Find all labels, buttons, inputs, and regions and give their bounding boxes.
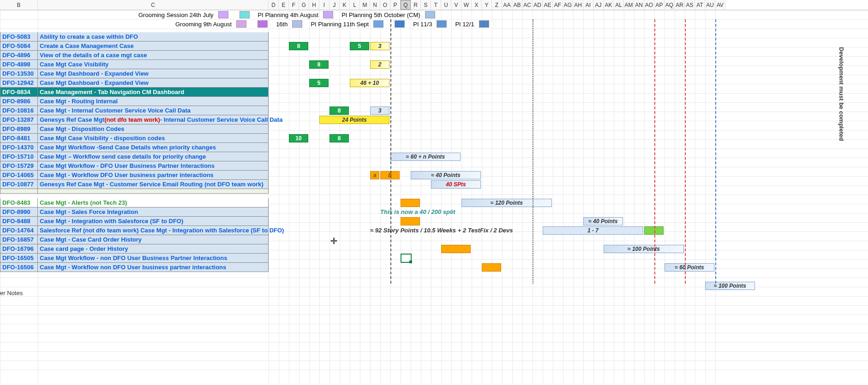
gantt-bar[interactable] xyxy=(401,199,420,207)
row-id[interactable]: DFO-12942 xyxy=(0,78,38,88)
grid-area[interactable]: Grooming Session 24th JulyPI Planning 4t… xyxy=(0,10,868,385)
gantt-bar[interactable]: ≈ 60 Points xyxy=(664,263,714,272)
col-header-O[interactable]: O xyxy=(380,0,390,10)
row-desc[interactable]: Case Mgt Dashboard - Expanded View xyxy=(38,69,269,78)
row-id[interactable]: DFO-8834 xyxy=(0,88,38,97)
row-desc[interactable] xyxy=(38,189,269,194)
row-id[interactable]: DFO-13287 xyxy=(0,115,38,124)
gantt-bar[interactable] xyxy=(441,245,471,253)
row-desc[interactable]: Salesforce Ref (not dfo team work) Case … xyxy=(38,226,269,235)
row-desc[interactable]: Case Mgt Workflow -Send Case Details whe… xyxy=(38,143,269,152)
row-desc[interactable]: Case Mgt - Routing Internal xyxy=(38,97,269,106)
col-header-W[interactable]: W xyxy=(461,0,472,10)
gantt-bar[interactable] xyxy=(644,226,664,235)
row-id[interactable]: DFO-10816 xyxy=(0,106,38,115)
col-header-AD[interactable]: AD xyxy=(533,0,543,10)
row-id[interactable]: DFO-16505 xyxy=(0,254,38,263)
row-desc[interactable]: Case Mgt - Workflow DFO User business pa… xyxy=(38,171,269,180)
row-desc[interactable]: Case card page - Order History xyxy=(38,244,269,254)
row-id[interactable]: DFO-4896 xyxy=(0,51,38,60)
row-desc[interactable]: Case Mgt - Workflow non DFO User busines… xyxy=(38,263,269,272)
row-desc[interactable]: Ability to create a case within DFO xyxy=(38,32,269,41)
gantt-bar[interactable]: 8 xyxy=(329,107,349,115)
col-header-AE[interactable]: AE xyxy=(543,0,553,10)
col-header-S[interactable]: S xyxy=(421,0,431,10)
col-header-AN[interactable]: AN xyxy=(634,0,644,10)
col-header-U[interactable]: U xyxy=(441,0,451,10)
row-id[interactable]: DFO-8986 xyxy=(0,97,38,106)
col-header-Z[interactable]: Z xyxy=(492,0,502,10)
gantt-bar[interactable]: 8 xyxy=(289,42,308,50)
row-id[interactable]: DFO-8483 xyxy=(0,198,38,207)
row-id[interactable]: DFO-13530 xyxy=(0,69,38,78)
row-desc[interactable]: Case Mgt - Internal Customer Service Voi… xyxy=(38,106,269,115)
col-header-D[interactable]: D xyxy=(269,0,279,10)
cell-selection[interactable] xyxy=(401,254,412,263)
col-header-AP[interactable]: AP xyxy=(654,0,664,10)
gantt-bar[interactable]: ≈ 60 + n Points xyxy=(390,153,461,161)
col-header-G[interactable]: G xyxy=(299,0,309,10)
gantt-bar[interactable] xyxy=(401,217,420,225)
col-header-AM[interactable]: AM xyxy=(624,0,634,10)
col-header-AK[interactable]: AK xyxy=(604,0,614,10)
col-header-C[interactable]: C xyxy=(38,0,269,10)
col-header-P[interactable]: P xyxy=(390,0,401,10)
col-header-AJ[interactable]: AJ xyxy=(593,0,604,10)
gantt-bar[interactable]: ≈ 40 Points xyxy=(583,217,623,225)
gantt-bar[interactable]: b xyxy=(380,171,400,179)
col-header-AU[interactable]: AU xyxy=(705,0,715,10)
row-id[interactable]: DFO-4898 xyxy=(0,60,38,69)
row-id[interactable]: DFO-16506 xyxy=(0,263,38,272)
gantt-bar[interactable]: 46 + 10 xyxy=(350,79,389,87)
gantt-bar[interactable]: 8 xyxy=(329,134,349,142)
gantt-bar[interactable]: 2 xyxy=(370,60,389,69)
col-header-AI[interactable]: AI xyxy=(583,0,593,10)
row-id[interactable]: DFO-14370 xyxy=(0,143,38,152)
gantt-bar[interactable] xyxy=(482,263,501,272)
col-header-F[interactable]: F xyxy=(289,0,299,10)
gantt-bar[interactable]: 1 - 7 xyxy=(543,226,643,235)
row-desc[interactable]: Case Mgt - Disposition Codes xyxy=(38,124,269,134)
row-id[interactable]: DFO-16857 xyxy=(0,235,38,244)
col-header-X[interactable]: X xyxy=(472,0,482,10)
row-id[interactable]: DFO-8989 xyxy=(0,124,38,134)
gantt-bar[interactable]: 5 xyxy=(350,42,369,50)
col-header-Y[interactable]: Y xyxy=(482,0,492,10)
gantt-bar[interactable]: ≈ 120 Points xyxy=(461,199,552,207)
row-id[interactable]: DFO-15710 xyxy=(0,152,38,161)
row-desc[interactable]: Genesys Ref Case Mgt - Customer Service … xyxy=(38,180,269,189)
row-desc[interactable]: Case Mgt – Workflow send case details fo… xyxy=(38,152,269,161)
gantt-bar[interactable]: ≈ 100 Points xyxy=(604,245,684,253)
col-header-AT[interactable]: AT xyxy=(695,0,705,10)
col-header-I[interactable]: I xyxy=(319,0,329,10)
row-id[interactable]: DFO-10877 xyxy=(0,180,38,189)
col-header-K[interactable]: K xyxy=(340,0,350,10)
row-id[interactable]: DFO-14065 xyxy=(0,171,38,180)
row-id[interactable]: DFO-8990 xyxy=(0,207,38,217)
col-header-H[interactable]: H xyxy=(309,0,319,10)
gantt-bar[interactable]: 3 xyxy=(370,42,389,50)
gantt-bar[interactable]: 8 xyxy=(309,60,329,69)
spreadsheet[interactable]: BCDEFGHIJKLMNOPQRSTUVWXYZAAABACADAEAFAGA… xyxy=(0,0,868,385)
col-header-AG[interactable]: AG xyxy=(563,0,573,10)
row-desc[interactable]: Case Mgt Workflow - DFO User Business Pa… xyxy=(38,161,269,171)
row-id[interactable]: DFO-8488 xyxy=(0,217,38,226)
row-id[interactable]: DFO-5083 xyxy=(0,32,38,41)
col-header-AA[interactable]: AA xyxy=(502,0,512,10)
col-header-AV[interactable]: AV xyxy=(715,0,725,10)
row-id[interactable]: DFO-5084 xyxy=(0,41,38,51)
row-id[interactable]: DFO-8481 xyxy=(0,134,38,143)
row-desc[interactable]: Case Mgt Dashboard - Expanded View xyxy=(38,78,269,88)
col-header-AQ[interactable]: AQ xyxy=(664,0,675,10)
col-header-AL[interactable]: AL xyxy=(614,0,624,10)
row-desc[interactable]: Case Mgt Workflow - non DFO User Busines… xyxy=(38,254,269,263)
gantt-bar[interactable]: 3 xyxy=(370,107,389,115)
row-desc[interactable]: Case Mgt - Case Card Order History xyxy=(38,235,269,244)
row-desc[interactable]: Genesys Ref Case Mgt (not dfo team work)… xyxy=(38,115,269,124)
gantt-bar[interactable]: 40 SPts xyxy=(431,180,481,189)
row-id[interactable]: DFO-15729 xyxy=(0,161,38,171)
row-desc[interactable]: Case Mgt - Alerts (not Tech 23) xyxy=(38,198,269,207)
col-header-T[interactable]: T xyxy=(431,0,441,10)
gantt-bar[interactable]: 5 xyxy=(309,79,329,87)
col-header-AR[interactable]: AR xyxy=(675,0,685,10)
